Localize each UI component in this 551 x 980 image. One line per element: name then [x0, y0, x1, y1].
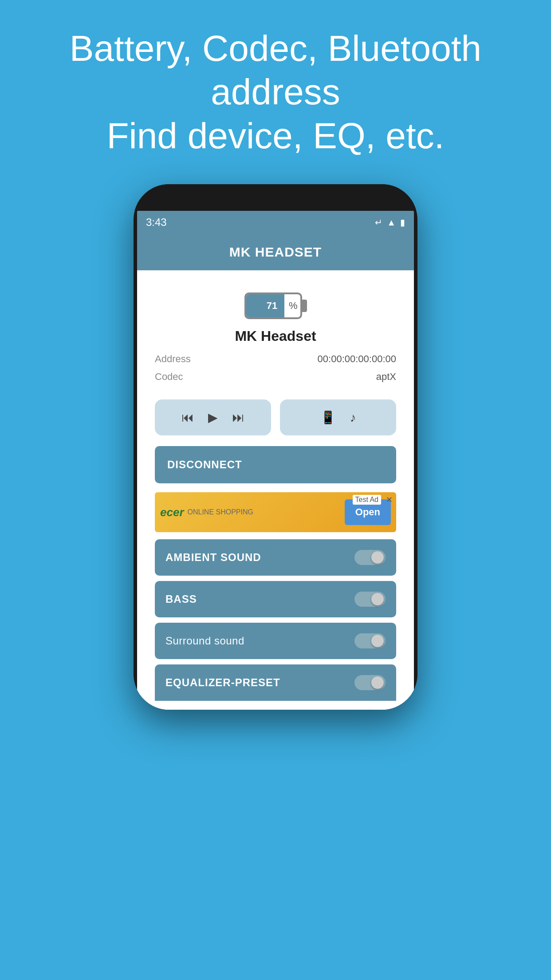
status-icons: ↵ ▲ ▮	[375, 217, 405, 228]
battery-percent-symbol: %	[289, 300, 298, 312]
battery-widget: 71 %	[244, 292, 307, 319]
ambient-sound-row: AMBIENT SOUND	[155, 539, 396, 576]
phone-top-bezel	[134, 184, 417, 211]
toggle-section: AMBIENT SOUND BASS Surround sound	[146, 539, 405, 710]
eq-toggle[interactable]	[354, 675, 386, 690]
phone-audio-button[interactable]: 📱	[317, 408, 339, 427]
phone-screen: 3:43 ↵ ▲ ▮ MK HEADSET 71	[137, 211, 414, 710]
battery-level: 71	[267, 300, 277, 312]
battery-body: 71 %	[244, 292, 302, 319]
bt-music-button[interactable]: ♪	[346, 409, 360, 427]
ad-test-label: Test Ad	[353, 495, 381, 505]
status-time: 3:43	[146, 216, 167, 229]
battery-fill: 71	[246, 294, 285, 317]
controls-row: ⏮ ▶ ⏭ 📱 ♪	[146, 389, 405, 446]
surround-sound-label: Surround sound	[165, 635, 244, 647]
status-bar: 3:43 ↵ ▲ ▮	[137, 211, 414, 234]
app-bar: MK HEADSET	[137, 234, 414, 270]
next-button[interactable]: ⏭	[228, 408, 248, 427]
bass-toggle[interactable]	[354, 592, 386, 607]
phone-frame: 3:43 ↵ ▲ ▮ MK HEADSET 71	[134, 184, 417, 710]
battery-icon: ▮	[400, 217, 405, 228]
surround-sound-toggle[interactable]	[354, 633, 386, 648]
ad-close-icon[interactable]: ✕	[386, 495, 393, 505]
ad-left: ecer ONLINE SHOPPING	[155, 506, 345, 519]
ad-banner: ecer ONLINE SHOPPING Test Ad Open ✕	[155, 492, 396, 532]
ad-subtitle: ONLINE SHOPPING	[188, 508, 253, 516]
address-value: 00:00:00:00:00:00	[318, 353, 396, 365]
disconnect-button[interactable]: DISCONNECT	[155, 446, 396, 483]
bass-label: BASS	[165, 593, 197, 605]
ad-brand: ecer	[160, 506, 184, 519]
wifi-icon: ▲	[387, 217, 396, 228]
play-button[interactable]: ▶	[205, 408, 221, 427]
device-name: MK Headset	[235, 328, 316, 344]
codec-row: Codec aptX	[155, 369, 396, 384]
eq-label: EQUALIZER-PRESET	[165, 676, 280, 689]
header-section: Battery, Codec, Bluetooth address Find d…	[0, 0, 551, 175]
main-content: 71 % MK Headset Address 00:00:00:00:00:0…	[137, 270, 414, 710]
address-label: Address	[155, 353, 191, 365]
equalizer-preset-row: EQUALIZER-PRESET	[155, 664, 396, 701]
app-title: MK HEADSET	[229, 245, 322, 259]
battery-section: 71 % MK Headset Address 00:00:00:00:00:0…	[146, 284, 405, 389]
media-controls-group: ⏮ ▶ ⏭	[155, 399, 271, 435]
battery-tip	[302, 300, 307, 312]
prev-button[interactable]: ⏮	[178, 408, 197, 427]
device-controls-group: 📱 ♪	[280, 399, 396, 435]
codec-value: aptX	[376, 371, 396, 383]
surround-sound-row: Surround sound	[155, 623, 396, 659]
ambient-sound-toggle[interactable]	[354, 550, 386, 565]
header-title: Battery, Codec, Bluetooth address Find d…	[35, 27, 516, 158]
bluetooth-icon: ↵	[375, 217, 382, 228]
codec-label: Codec	[155, 371, 183, 383]
device-info: Address 00:00:00:00:00:00 Codec aptX	[146, 352, 405, 384]
phone-container: 3:43 ↵ ▲ ▮ MK HEADSET 71	[0, 184, 551, 710]
bass-row: BASS	[155, 581, 396, 617]
disconnect-label: DISCONNECT	[167, 458, 242, 470]
address-row: Address 00:00:00:00:00:00	[155, 352, 396, 367]
ambient-sound-label: AMBIENT SOUND	[165, 551, 261, 564]
